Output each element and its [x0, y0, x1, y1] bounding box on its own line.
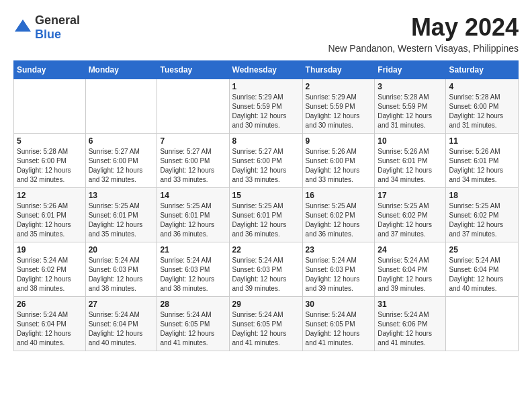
day-info: Sunrise: 5:25 AM Sunset: 6:02 PM Dayligh…: [378, 201, 443, 239]
calendar-cell: 13Sunrise: 5:25 AM Sunset: 6:01 PM Dayli…: [85, 188, 157, 242]
calendar-cell: [446, 297, 519, 351]
day-number: 25: [449, 245, 515, 255]
weekday-header-thursday: Thursday: [302, 61, 375, 79]
calendar-cell: 11Sunrise: 5:26 AM Sunset: 6:01 PM Dayli…: [446, 134, 519, 188]
logo-general: General: [35, 13, 80, 27]
day-info: Sunrise: 5:29 AM Sunset: 5:59 PM Dayligh…: [306, 93, 372, 130]
day-info: Sunrise: 5:25 AM Sunset: 6:02 PM Dayligh…: [449, 201, 515, 239]
logo-icon: [13, 18, 32, 37]
week-row-5: 26Sunrise: 5:24 AM Sunset: 6:04 PM Dayli…: [14, 297, 519, 351]
logo-text: General Blue: [35, 13, 80, 42]
day-number: 21: [160, 245, 226, 255]
day-info: Sunrise: 5:26 AM Sunset: 6:01 PM Dayligh…: [378, 147, 443, 185]
day-info: Sunrise: 5:26 AM Sunset: 6:01 PM Dayligh…: [449, 147, 515, 185]
calendar-cell: 23Sunrise: 5:24 AM Sunset: 6:03 PM Dayli…: [302, 242, 375, 297]
calendar-cell: [85, 79, 157, 134]
weekday-header-saturday: Saturday: [446, 61, 519, 79]
page-header: General Blue May 2024 New Pandanon, West…: [13, 13, 519, 54]
calendar-table: SundayMondayTuesdayWednesdayThursdayFrid…: [13, 60, 519, 351]
day-info: Sunrise: 5:24 AM Sunset: 6:03 PM Dayligh…: [160, 256, 226, 293]
day-number: 26: [17, 300, 83, 309]
day-number: 19: [17, 245, 83, 255]
day-number: 6: [89, 136, 154, 146]
calendar-cell: 20Sunrise: 5:24 AM Sunset: 6:03 PM Dayli…: [85, 242, 157, 297]
day-info: Sunrise: 5:24 AM Sunset: 6:03 PM Dayligh…: [306, 256, 372, 293]
location-title: New Pandanon, Western Visayas, Philippin…: [328, 43, 519, 54]
day-info: Sunrise: 5:24 AM Sunset: 6:05 PM Dayligh…: [160, 310, 226, 348]
week-row-2: 5Sunrise: 5:28 AM Sunset: 6:00 PM Daylig…: [14, 134, 519, 188]
day-info: Sunrise: 5:24 AM Sunset: 6:03 PM Dayligh…: [89, 256, 154, 293]
calendar-cell: 18Sunrise: 5:25 AM Sunset: 6:02 PM Dayli…: [446, 188, 519, 242]
logo-blue: Blue: [35, 28, 61, 41]
calendar-cell: 21Sunrise: 5:24 AM Sunset: 6:03 PM Dayli…: [157, 242, 229, 297]
day-number: 29: [232, 300, 300, 309]
day-info: Sunrise: 5:24 AM Sunset: 6:02 PM Dayligh…: [17, 256, 83, 293]
calendar-cell: 10Sunrise: 5:26 AM Sunset: 6:01 PM Dayli…: [375, 134, 446, 188]
calendar-cell: 27Sunrise: 5:24 AM Sunset: 6:04 PM Dayli…: [85, 297, 157, 351]
calendar-cell: 19Sunrise: 5:24 AM Sunset: 6:02 PM Dayli…: [14, 242, 86, 297]
calendar-cell: 3Sunrise: 5:28 AM Sunset: 5:59 PM Daylig…: [375, 79, 446, 134]
weekday-header-row: SundayMondayTuesdayWednesdayThursdayFrid…: [14, 61, 519, 79]
day-number: 8: [232, 136, 300, 146]
title-area: May 2024 New Pandanon, Western Visayas, …: [328, 13, 519, 54]
day-number: 27: [89, 300, 154, 309]
calendar-cell: [14, 79, 86, 134]
weekday-header-wednesday: Wednesday: [229, 61, 302, 79]
day-number: 9: [306, 136, 372, 146]
calendar-cell: 9Sunrise: 5:26 AM Sunset: 6:00 PM Daylig…: [302, 134, 375, 188]
calendar-cell: 8Sunrise: 5:27 AM Sunset: 6:00 PM Daylig…: [229, 134, 302, 188]
day-number: 15: [232, 191, 300, 200]
day-info: Sunrise: 5:28 AM Sunset: 6:00 PM Dayligh…: [17, 147, 83, 185]
calendar-cell: 6Sunrise: 5:27 AM Sunset: 6:00 PM Daylig…: [85, 134, 157, 188]
day-number: 30: [306, 300, 372, 309]
day-number: 11: [449, 136, 515, 146]
calendar-cell: 17Sunrise: 5:25 AM Sunset: 6:02 PM Dayli…: [375, 188, 446, 242]
day-number: 16: [306, 191, 372, 200]
calendar-cell: 30Sunrise: 5:24 AM Sunset: 6:05 PM Dayli…: [302, 297, 375, 351]
day-number: 28: [160, 300, 226, 309]
day-number: 1: [232, 82, 300, 91]
day-number: 12: [17, 191, 83, 200]
day-number: 31: [378, 300, 443, 309]
day-number: 18: [449, 191, 515, 200]
day-number: 17: [378, 191, 443, 200]
day-info: Sunrise: 5:24 AM Sunset: 6:04 PM Dayligh…: [17, 310, 83, 348]
week-row-4: 19Sunrise: 5:24 AM Sunset: 6:02 PM Dayli…: [14, 242, 519, 297]
calendar-cell: 2Sunrise: 5:29 AM Sunset: 5:59 PM Daylig…: [302, 79, 375, 134]
day-info: Sunrise: 5:24 AM Sunset: 6:04 PM Dayligh…: [378, 256, 443, 293]
day-info: Sunrise: 5:25 AM Sunset: 6:01 PM Dayligh…: [232, 201, 300, 239]
day-info: Sunrise: 5:26 AM Sunset: 6:01 PM Dayligh…: [17, 201, 83, 239]
day-info: Sunrise: 5:28 AM Sunset: 6:00 PM Dayligh…: [449, 93, 515, 130]
day-info: Sunrise: 5:26 AM Sunset: 6:00 PM Dayligh…: [306, 147, 372, 185]
calendar-cell: 26Sunrise: 5:24 AM Sunset: 6:04 PM Dayli…: [14, 297, 86, 351]
weekday-header-sunday: Sunday: [14, 61, 86, 79]
day-number: 4: [449, 82, 515, 91]
calendar-cell: 1Sunrise: 5:29 AM Sunset: 5:59 PM Daylig…: [229, 79, 302, 134]
day-info: Sunrise: 5:28 AM Sunset: 5:59 PM Dayligh…: [378, 93, 443, 130]
day-info: Sunrise: 5:27 AM Sunset: 6:00 PM Dayligh…: [89, 147, 154, 185]
calendar-cell: 14Sunrise: 5:25 AM Sunset: 6:01 PM Dayli…: [157, 188, 229, 242]
calendar-cell: 22Sunrise: 5:24 AM Sunset: 6:03 PM Dayli…: [229, 242, 302, 297]
day-number: 13: [89, 191, 154, 200]
logo: General Blue: [13, 13, 80, 42]
day-info: Sunrise: 5:24 AM Sunset: 6:04 PM Dayligh…: [449, 256, 515, 293]
day-number: 10: [378, 136, 443, 146]
day-info: Sunrise: 5:24 AM Sunset: 6:06 PM Dayligh…: [378, 310, 443, 348]
weekday-header-friday: Friday: [375, 61, 446, 79]
calendar-cell: 31Sunrise: 5:24 AM Sunset: 6:06 PM Dayli…: [375, 297, 446, 351]
day-number: 3: [378, 82, 443, 91]
day-info: Sunrise: 5:24 AM Sunset: 6:05 PM Dayligh…: [232, 310, 300, 348]
calendar-cell: 15Sunrise: 5:25 AM Sunset: 6:01 PM Dayli…: [229, 188, 302, 242]
day-number: 2: [306, 82, 372, 91]
day-info: Sunrise: 5:25 AM Sunset: 6:02 PM Dayligh…: [306, 201, 372, 239]
week-row-3: 12Sunrise: 5:26 AM Sunset: 6:01 PM Dayli…: [14, 188, 519, 242]
day-number: 7: [160, 136, 226, 146]
day-info: Sunrise: 5:25 AM Sunset: 6:01 PM Dayligh…: [160, 201, 226, 239]
calendar-cell: 4Sunrise: 5:28 AM Sunset: 6:00 PM Daylig…: [446, 79, 519, 134]
calendar-cell: [157, 79, 229, 134]
calendar-cell: 16Sunrise: 5:25 AM Sunset: 6:02 PM Dayli…: [302, 188, 375, 242]
day-info: Sunrise: 5:24 AM Sunset: 6:04 PM Dayligh…: [89, 310, 154, 348]
calendar-cell: 24Sunrise: 5:24 AM Sunset: 6:04 PM Dayli…: [375, 242, 446, 297]
calendar-cell: 7Sunrise: 5:27 AM Sunset: 6:00 PM Daylig…: [157, 134, 229, 188]
week-row-1: 1Sunrise: 5:29 AM Sunset: 5:59 PM Daylig…: [14, 79, 519, 134]
